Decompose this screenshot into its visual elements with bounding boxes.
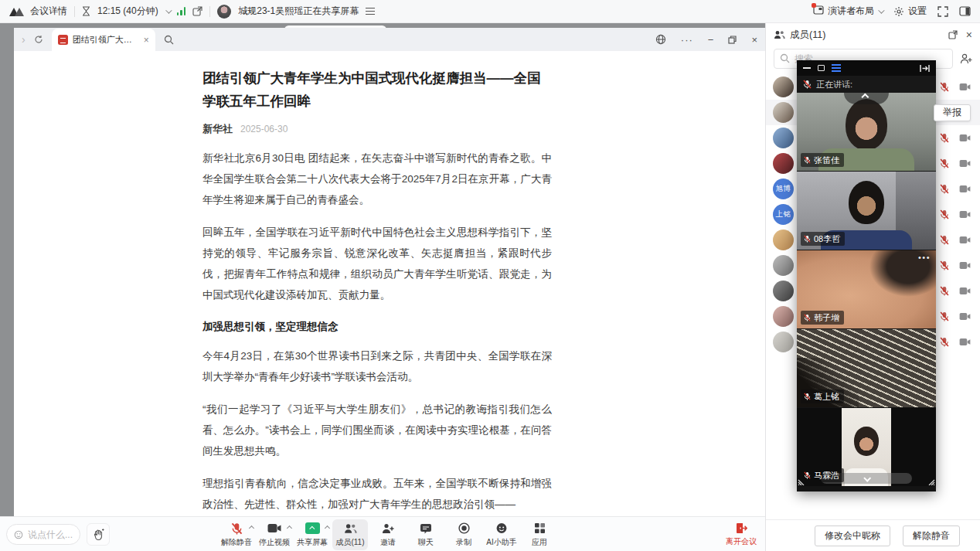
tab-title: 团结引领广大青年学生为中: [73, 34, 139, 46]
mic-muted-icon: [940, 235, 949, 245]
new-tab-search-icon[interactable]: [164, 35, 174, 45]
article-body: 新华社北京6月30日电 团结起来，在矢志奋斗中谱写新时代的青春之歌。中华全国学生…: [202, 148, 552, 516]
search-icon: [780, 53, 790, 63]
mic-muted-icon: [804, 156, 811, 164]
close-panel-icon[interactable]: ×: [966, 29, 972, 41]
tab-close-icon[interactable]: ×: [144, 35, 149, 46]
mic-muted-icon: [940, 260, 949, 270]
shared-screen-area: › 团结引领广大青年学生为中 × ··· − × 团结引领广: [0, 23, 765, 516]
open-external-icon[interactable]: [192, 6, 202, 16]
members-panel-title: 成员(11): [790, 29, 825, 42]
layout-switch-button[interactable]: 演讲者布局: [813, 5, 883, 18]
camera-icon: [959, 159, 971, 168]
strip-collapse-icon[interactable]: [920, 64, 930, 73]
mic-muted-icon: [231, 522, 243, 535]
camera-icon: [959, 338, 971, 346]
video-options-caret[interactable]: [287, 525, 292, 531]
quick-chat-pill[interactable]: [6, 524, 80, 545]
report-button[interactable]: 举报: [934, 104, 971, 121]
ai-assistant-icon: [495, 522, 508, 534]
add-member-icon[interactable]: [960, 53, 972, 64]
timer-chevron-icon[interactable]: [165, 7, 172, 13]
video-name-label: 韩子增: [801, 311, 844, 325]
record-button[interactable]: 录制: [446, 519, 481, 550]
camera-icon: [959, 287, 971, 295]
record-icon: [458, 522, 470, 534]
unmute-audio-button[interactable]: 解除静音: [219, 519, 254, 550]
apps-button[interactable]: 应用: [522, 519, 557, 550]
member-avatar: [773, 332, 794, 352]
audio-options-caret[interactable]: [249, 525, 254, 531]
member-avatar: [773, 128, 794, 148]
browser-tab-bar: › 团结引领广大青年学生为中 × ··· − ×: [14, 28, 765, 51]
article-paragraph: 理想指引青春航向，信念决定事业成败。五年来，全国学联不断保持和增强政治性、先进性…: [202, 473, 552, 515]
settings-button[interactable]: 设置: [893, 5, 927, 18]
leave-meeting-button[interactable]: 离开会议: [719, 519, 764, 550]
unmute-button[interactable]: 解除静音: [903, 525, 960, 546]
share-menu-icon[interactable]: [366, 8, 375, 15]
camera-icon: [959, 210, 971, 219]
strip-window-mode-icon[interactable]: [818, 65, 825, 71]
video-tile[interactable]: 08李哲: [797, 172, 936, 250]
article-date: 2025-06-30: [240, 124, 288, 134]
meeting-timer[interactable]: 12:15 (40分钟): [97, 5, 158, 18]
quick-chat-input[interactable]: [28, 529, 73, 540]
stop-video-button[interactable]: 停止视频: [257, 519, 292, 550]
speaking-indicator-row: 正在讲话:: [797, 76, 936, 93]
scroll-up-control[interactable]: [844, 93, 889, 104]
browser-tab[interactable]: 团结引领广大青年学生为中 ×: [52, 29, 155, 51]
member-avatar: 上铭: [773, 204, 794, 225]
member-status-icons: [940, 337, 971, 347]
share-options-caret[interactable]: [325, 525, 330, 531]
side-panel-toggle-icon[interactable]: [959, 6, 971, 16]
article-paragraph: “我们一起学习了《习近平与大学生朋友们》，总书记的教诲指引我们怎么看、怎么办。”…: [202, 399, 552, 461]
window-minimize-icon[interactable]: −: [708, 34, 714, 46]
window-restore-icon[interactable]: [728, 36, 737, 44]
hourglass-icon: [82, 6, 90, 16]
video-strip[interactable]: 正在讲话: 张笛佳 08李哲: [797, 60, 936, 491]
invite-button[interactable]: 邀请: [370, 519, 406, 550]
video-tile[interactable]: 马霖浩: [797, 408, 936, 486]
share-screen-button[interactable]: 共享屏幕: [294, 519, 330, 550]
video-tile[interactable]: 张笛佳: [797, 93, 936, 171]
popout-panel-icon[interactable]: [948, 30, 958, 39]
camera-icon: [959, 236, 971, 244]
article-title: 团结引领广大青年学生为中国式现代化挺膺担当——全国学联五年工作回眸: [202, 66, 552, 113]
member-status-icons: [940, 260, 971, 270]
layout-chevron-icon: [878, 7, 884, 13]
strip-minimize-icon[interactable]: [803, 67, 811, 69]
web-page: 团结引领广大青年学生为中国式现代化挺膺担当——全国学联五年工作回眸 新华社 20…: [14, 51, 765, 516]
member-status-icons: [940, 235, 971, 245]
camera-icon: [959, 134, 971, 142]
strip-list-mode-icon[interactable]: [832, 64, 841, 73]
rename-button[interactable]: 修改会中昵称: [815, 525, 890, 546]
browser-menu-icon[interactable]: ···: [681, 34, 693, 46]
globe-icon[interactable]: [655, 34, 666, 45]
ai-assistant-button[interactable]: AI小助手: [484, 519, 519, 550]
video-name-label: 08李哲: [801, 232, 845, 246]
mic-muted-icon: [940, 82, 949, 92]
video-tile[interactable]: 葛上铭: [797, 329, 936, 407]
back-icon[interactable]: ›: [22, 34, 26, 45]
meeting-details-link[interactable]: 会议详情: [30, 5, 67, 18]
resize-handle-icon[interactable]: [924, 474, 935, 485]
refresh-icon[interactable]: [34, 35, 43, 44]
video-tiles: 张笛佳 08李哲 ••• 韩子增: [797, 93, 936, 487]
tile-more-icon[interactable]: •••: [918, 253, 931, 262]
mic-muted-icon: [940, 209, 949, 219]
meeting-logo-icon: [9, 7, 23, 16]
fullscreen-icon[interactable]: [937, 6, 948, 17]
chat-button[interactable]: 聊天: [408, 519, 444, 550]
members-button[interactable]: 成员(11): [332, 519, 368, 550]
resize-handle-icon[interactable]: [798, 474, 809, 485]
member-status-icons: [940, 209, 971, 219]
video-tile[interactable]: ••• 韩子增: [797, 250, 936, 328]
divider: [209, 6, 210, 17]
camera-icon: [959, 312, 971, 321]
member-status-icons: [940, 311, 971, 321]
window-close-icon[interactable]: ×: [751, 34, 757, 46]
video-strip-toolbar: [797, 60, 936, 76]
speaking-label: 正在讲话:: [816, 79, 852, 90]
member-status-icons: [940, 184, 971, 194]
raise-hand-button[interactable]: [87, 523, 110, 546]
